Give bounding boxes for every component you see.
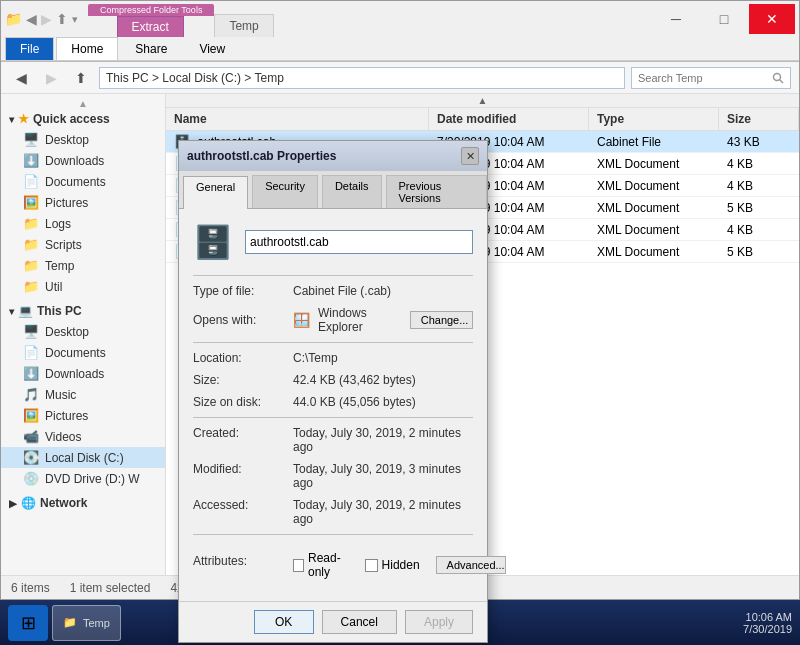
- tab-general[interactable]: General: [183, 176, 248, 209]
- opens-with-icon: 🪟: [293, 312, 310, 328]
- modified-row: Modified: Today, July 30, 2019, 3 minute…: [193, 462, 473, 490]
- location-label: Location:: [193, 351, 293, 365]
- ok-button[interactable]: OK: [254, 610, 314, 634]
- created-value: Today, July 30, 2019, 2 minutes ago: [293, 426, 473, 454]
- size-label: Size:: [193, 373, 293, 387]
- attributes-label: Attributes:: [193, 554, 293, 568]
- apply-button[interactable]: Apply: [405, 610, 473, 634]
- dialog-close-button[interactable]: ✕: [461, 147, 479, 165]
- type-label: Type of file:: [193, 284, 293, 298]
- hidden-checkbox-group[interactable]: Hidden: [365, 558, 420, 572]
- tab-details[interactable]: Details: [322, 175, 382, 208]
- modified-value: Today, July 30, 2019, 3 minutes ago: [293, 462, 473, 490]
- dialog-title-bar: authrootstl.cab Properties ✕: [179, 141, 487, 171]
- readonly-checkbox[interactable]: [293, 559, 304, 572]
- location-value: C:\Temp: [293, 351, 338, 365]
- accessed-label: Accessed:: [193, 498, 293, 512]
- size-row: Size: 42.4 KB (43,462 bytes): [193, 373, 473, 387]
- tab-previous-versions[interactable]: Previous Versions: [386, 175, 487, 208]
- size-on-disk-row: Size on disk: 44.0 KB (45,056 bytes): [193, 395, 473, 409]
- opens-with-label: Opens with:: [193, 313, 293, 327]
- file-preview-icon: 🗄️: [193, 223, 233, 261]
- dialog-tabs: General Security Details Previous Versio…: [179, 171, 487, 209]
- dialog-overlay: authrootstl.cab Properties ✕ General Sec…: [0, 0, 800, 645]
- location-row: Location: C:\Temp: [193, 351, 473, 365]
- modified-label: Modified:: [193, 462, 293, 476]
- divider-2: [193, 342, 473, 343]
- cancel-button[interactable]: Cancel: [322, 610, 397, 634]
- size-on-disk-value: 44.0 KB (45,056 bytes): [293, 395, 416, 409]
- readonly-label: Read-only: [308, 551, 353, 579]
- accessed-row: Accessed: Today, July 30, 2019, 2 minute…: [193, 498, 473, 526]
- hidden-checkbox[interactable]: [365, 559, 378, 572]
- accessed-value: Today, July 30, 2019, 2 minutes ago: [293, 498, 473, 526]
- dialog-footer: OK Cancel Apply: [179, 601, 487, 642]
- opens-with-row: Opens with: 🪟 Windows Explorer Change...: [193, 306, 473, 334]
- hidden-label: Hidden: [382, 558, 420, 572]
- opens-with-value: Windows Explorer: [318, 306, 402, 334]
- readonly-checkbox-group[interactable]: Read-only: [293, 551, 353, 579]
- file-name-input[interactable]: [245, 230, 473, 254]
- divider-4: [193, 534, 473, 535]
- tab-security[interactable]: Security: [252, 175, 318, 208]
- dialog-title: authrootstl.cab Properties: [187, 149, 336, 163]
- divider-3: [193, 417, 473, 418]
- size-value: 42.4 KB (43,462 bytes): [293, 373, 416, 387]
- created-row: Created: Today, July 30, 2019, 2 minutes…: [193, 426, 473, 454]
- attributes-row: Attributes: Read-only Hidden Advanced...: [193, 543, 473, 579]
- dialog-body: 🗄️ Type of file: Cabinet File (.cab) Ope…: [179, 209, 487, 601]
- created-label: Created:: [193, 426, 293, 440]
- properties-dialog: authrootstl.cab Properties ✕ General Sec…: [178, 140, 488, 643]
- size-on-disk-label: Size on disk:: [193, 395, 293, 409]
- file-preview-row: 🗄️: [193, 223, 473, 261]
- type-row: Type of file: Cabinet File (.cab): [193, 284, 473, 298]
- divider-1: [193, 275, 473, 276]
- advanced-button[interactable]: Advanced...: [436, 556, 506, 574]
- attributes-controls: Read-only Hidden Advanced...: [293, 551, 506, 579]
- change-button[interactable]: Change...: [410, 311, 473, 329]
- type-value: Cabinet File (.cab): [293, 284, 391, 298]
